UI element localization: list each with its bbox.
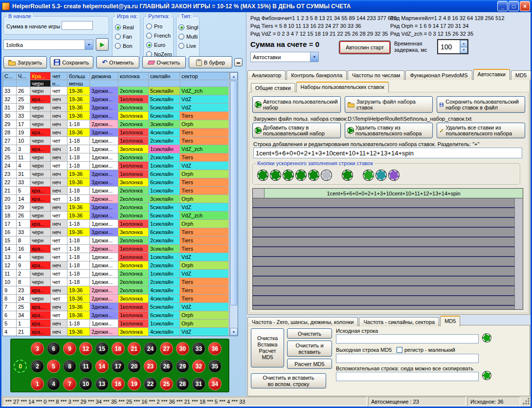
table-cell[interactable]: 3дюжи... (90, 95, 118, 104)
table-cell[interactable]: VdZ_zch (180, 212, 229, 220)
table-cell[interactable]: кра... (30, 145, 51, 153)
table-cell[interactable]: VdZ (180, 270, 229, 278)
table-cell[interactable]: 9 (3, 286, 17, 295)
save-button[interactable]: Сохранить (50, 56, 93, 68)
table-cell[interactable]: 1колонка (118, 320, 149, 328)
table-cell[interactable]: Orph (180, 195, 229, 203)
table-cell[interactable]: 4сиклайн (149, 129, 180, 137)
table-cell[interactable]: 19-36 (67, 170, 90, 178)
table-cell[interactable]: 1дюжи... (90, 162, 118, 170)
bet-chip-button[interactable] (296, 170, 306, 180)
table-cell[interactable]: черн (30, 178, 51, 187)
table-cell[interactable]: 19-36 (67, 303, 90, 311)
table-cell[interactable]: Tiers (180, 187, 229, 195)
table-cell[interactable]: 2колонка (118, 270, 149, 278)
maximize-button[interactable]: □ (509, 1, 519, 11)
board-number-33[interactable]: 33 (192, 342, 205, 355)
table-cell[interactable]: 11 (3, 270, 17, 278)
table-cell[interactable]: 19-36 (67, 95, 90, 104)
table-cell[interactable]: 2сиклайн (149, 236, 180, 245)
strategy-combo[interactable]: 1slotka ▼ (3, 40, 93, 50)
md5-helper-chip-button[interactable] (483, 371, 491, 380)
board-number-4[interactable]: 4 (47, 377, 60, 390)
table-cell[interactable]: 3колонка (118, 178, 149, 187)
board-number-16[interactable]: 16 (111, 377, 125, 390)
table-cell[interactable]: 26 (17, 212, 30, 220)
table-cell[interactable]: 3колонка (118, 328, 149, 336)
table-cell[interactable]: 2колонка (118, 278, 149, 286)
table-cell[interactable]: неч (51, 129, 67, 137)
table-cell[interactable]: неч (51, 153, 67, 162)
table-cell[interactable]: 19-36 (67, 203, 90, 212)
bet-list-row[interactable] (253, 218, 514, 228)
table-cell[interactable]: 21 (3, 187, 17, 195)
table-cell[interactable]: 3дюжи... (90, 87, 118, 95)
board-number-19[interactable]: 19 (128, 377, 141, 390)
load-set-file-button[interactable]: Загрузить файл набора ставок (345, 96, 433, 113)
table-cell[interactable]: 5сиклайн (149, 95, 180, 104)
table-cell[interactable]: 3сиклайн (149, 120, 180, 129)
table-cell[interactable]: 1-18 (67, 120, 90, 129)
table-cell[interactable]: 2сиклайн (149, 137, 180, 145)
table-cell[interactable]: 29 (17, 104, 30, 112)
bet-list-row[interactable] (253, 306, 514, 309)
table-cell[interactable]: кра... (30, 311, 51, 320)
bet-list-row[interactable] (253, 237, 514, 247)
table-cell[interactable]: VdZ_zch (180, 145, 229, 153)
scroll-up-icon[interactable]: ▲ (230, 72, 238, 80)
board-number-30[interactable]: 30 (176, 342, 189, 355)
title-bar[interactable]: HelperRoullet 5.3- create helperroullet@… (0, 0, 532, 12)
table-cell[interactable]: черн (30, 253, 51, 261)
table-cell[interactable]: 2дюжи... (90, 328, 118, 336)
table-cell[interactable]: 5сиклайн (149, 87, 180, 95)
table-cell[interactable]: 1 (17, 320, 30, 328)
table-cell[interactable]: 2дюжи... (90, 120, 118, 129)
table-cell[interactable]: неч (51, 203, 67, 212)
table-cell[interactable]: 29 (3, 120, 17, 129)
table-cell[interactable]: 25 (17, 303, 30, 311)
table-cell[interactable]: 2колонка (118, 120, 149, 129)
table-cell[interactable]: 5 (17, 187, 30, 195)
board-number-34[interactable]: 34 (208, 377, 222, 390)
table-cell[interactable]: 26 (3, 145, 17, 153)
bet-chip-button[interactable] (321, 170, 332, 180)
table-cell[interactable]: 23 (3, 170, 17, 178)
table-cell[interactable]: 1колонка (118, 95, 149, 104)
table-cell[interactable]: 4сиклайн (149, 286, 180, 295)
board-number-1[interactable]: 1 (31, 377, 44, 390)
table-cell[interactable]: 2дюжи... (90, 286, 118, 295)
remove-bet-button[interactable]: Удалить ставку из пользовательского набо… (345, 123, 433, 138)
tab-1[interactable]: Наборы пользовательских ставок (296, 82, 389, 92)
table-cell[interactable]: Orph (180, 120, 229, 129)
table-cell[interactable]: Tiers (180, 129, 229, 137)
table-cell[interactable]: кра... (30, 95, 51, 104)
table-cell[interactable]: 3колонка (118, 261, 149, 270)
table-cell[interactable]: неч (51, 187, 67, 195)
table-cell[interactable]: 1колонка (118, 245, 149, 253)
table-cell[interactable]: 1дюжи... (90, 320, 118, 328)
table-cell[interactable]: 18 (3, 212, 17, 220)
start-sum-input[interactable] (62, 21, 93, 30)
table-cell[interactable]: черн (30, 104, 51, 112)
tab-5[interactable]: MD5 (511, 70, 531, 80)
table-cell[interactable]: 19 (17, 129, 30, 137)
board-number-21[interactable]: 21 (128, 342, 141, 355)
bet-list-row[interactable] (253, 277, 514, 286)
table-cell[interactable]: Tiers (180, 178, 229, 187)
table-cell[interactable]: 1сиклайн (149, 145, 180, 153)
autospin-start-button[interactable]: Автоспин старт (339, 41, 390, 54)
table-cell[interactable]: VdZ (180, 253, 229, 261)
table-cell[interactable]: неч (51, 220, 67, 228)
table-cell[interactable]: 19 (3, 203, 17, 212)
table-cell[interactable]: 2сиклайн (149, 153, 180, 162)
table-cell[interactable]: 10 (3, 278, 17, 286)
table-cell[interactable]: кра... (30, 303, 51, 311)
play-button[interactable]: ▶ (96, 38, 109, 51)
table-cell[interactable]: 9 (17, 261, 30, 270)
board-number-3[interactable]: 3 (31, 342, 44, 355)
table-cell[interactable]: 1колонка (118, 129, 149, 137)
table-cell[interactable]: 1сиклайн (149, 187, 180, 195)
table-cell[interactable]: неч (51, 145, 67, 153)
table-cell[interactable]: 34 (17, 311, 30, 320)
table-cell[interactable]: 4 (17, 253, 30, 261)
